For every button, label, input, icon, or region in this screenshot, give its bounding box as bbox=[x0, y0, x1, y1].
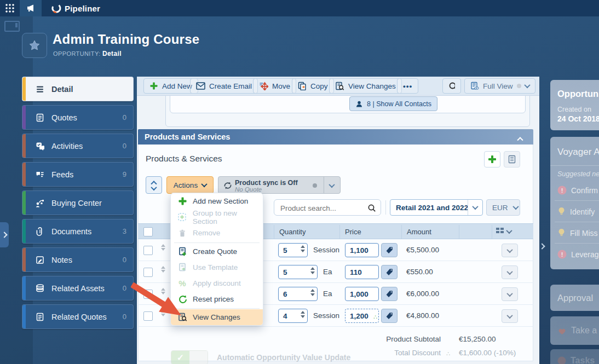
show-all-contacts-button[interactable]: 8 | Show All Contacts bbox=[349, 96, 437, 111]
tasks-item[interactable]: Tasks bbox=[557, 356, 599, 364]
more-actions-button[interactable]: ••• bbox=[397, 78, 418, 94]
select-all-checkbox[interactable] bbox=[143, 227, 153, 236]
create-email-button[interactable]: Create Email bbox=[190, 78, 258, 94]
right-panel-expander[interactable] bbox=[539, 243, 545, 249]
search-button[interactable] bbox=[442, 78, 461, 94]
sidebar-item-notes[interactable]: Notes 0 bbox=[22, 247, 134, 272]
full-view-dropdown[interactable]: Full View bbox=[464, 78, 535, 94]
row-checkbox[interactable] bbox=[143, 290, 153, 299]
price-tag-button[interactable] bbox=[381, 309, 398, 323]
row-expand-button[interactable] bbox=[502, 309, 518, 323]
suggestion-item[interactable]: Fill Miss bbox=[557, 228, 599, 238]
price-input[interactable]: 1,100 bbox=[345, 243, 379, 257]
menu-item-create-quote[interactable]: Create Quote bbox=[171, 244, 263, 259]
chevron-down-icon[interactable] bbox=[329, 182, 335, 188]
sort-button[interactable] bbox=[146, 176, 162, 194]
currency-dropdown[interactable]: EUR bbox=[486, 199, 520, 216]
row-expand-button[interactable] bbox=[502, 287, 518, 301]
auto-update-toggle[interactable]: ✓ bbox=[171, 350, 208, 364]
menu-item-add-new-section[interactable]: Add new Section bbox=[171, 193, 263, 209]
sidebar-item-related-assets[interactable]: Related Assets 0 bbox=[22, 276, 134, 301]
drag-handle-icon[interactable] bbox=[161, 288, 165, 294]
opportunity-card[interactable]: Opportuni Created on 24 Oct 2018 bbox=[550, 80, 599, 130]
product-search-input[interactable] bbox=[279, 202, 364, 214]
price-input[interactable]: 110 bbox=[345, 265, 379, 279]
voyager-card[interactable]: Voyager A Suggested ne ! Confirm Identif… bbox=[550, 137, 599, 269]
product-search-box[interactable] bbox=[274, 199, 381, 216]
detail-icon bbox=[34, 84, 45, 95]
stepper[interactable] bbox=[301, 245, 305, 252]
product-list-icon-button[interactable] bbox=[504, 151, 520, 167]
collapse-panel-icon[interactable] bbox=[4, 21, 20, 32]
tasks-card[interactable]: Tasks bbox=[550, 349, 599, 364]
quantity-input[interactable]: 4 bbox=[278, 309, 308, 323]
stripe bbox=[22, 248, 26, 271]
row-expand-button[interactable] bbox=[502, 244, 518, 257]
product-sync-button[interactable]: Product sync is Off No Quote bbox=[218, 176, 341, 194]
suggested-label: Suggested ne bbox=[557, 170, 599, 178]
products-section-bar[interactable]: Products and Services bbox=[138, 129, 533, 145]
sidebar-item-activities[interactable]: Activities 0 bbox=[22, 134, 134, 158]
price-list-dropdown[interactable]: Retail 2021 and 2022 bbox=[390, 199, 483, 216]
stepper[interactable] bbox=[310, 267, 315, 274]
full-view-label: Full View bbox=[483, 82, 513, 90]
take-action-card[interactable]: Take a bbox=[550, 316, 599, 345]
columns-settings-button[interactable] bbox=[496, 227, 511, 235]
approval-card[interactable]: Approval bbox=[550, 285, 599, 311]
row-checkbox[interactable] bbox=[143, 246, 153, 255]
drag-handle-icon[interactable] bbox=[161, 266, 165, 273]
sidebar-item-related-quotes[interactable]: Related Quotes 0 bbox=[22, 304, 134, 329]
price-tag-button[interactable] bbox=[381, 265, 398, 279]
row-expand-button[interactable] bbox=[502, 265, 518, 279]
price-tag-button[interactable] bbox=[381, 243, 398, 257]
suggestion-item[interactable]: ! Confirm bbox=[557, 186, 599, 195]
price-input[interactable]: 1,200∴ bbox=[345, 309, 379, 323]
copy-button[interactable]: Copy bbox=[292, 78, 334, 94]
amount-value: €4,800.00 bbox=[406, 311, 439, 320]
group-section-icon bbox=[177, 212, 187, 222]
quantity-input[interactable]: 5 bbox=[278, 265, 318, 279]
app-grid-icon[interactable] bbox=[5, 3, 15, 15]
menu-item-view-changes[interactable]: View Changes bbox=[171, 309, 263, 325]
row-checkbox[interactable] bbox=[143, 268, 153, 277]
sidebar-item-buying-center[interactable]: Buying Center bbox=[22, 190, 134, 215]
collapse-section-icon[interactable] bbox=[517, 137, 523, 143]
drag-handle-icon[interactable] bbox=[161, 310, 165, 316]
menu-item-remove[interactable]: Remove bbox=[171, 225, 263, 241]
move-label: Move bbox=[272, 82, 290, 90]
menu-item-use-template[interactable]: Use Template bbox=[171, 259, 263, 275]
announcements-button[interactable] bbox=[20, 0, 42, 16]
price-input[interactable]: 1,000 bbox=[345, 287, 379, 301]
add-product-button[interactable] bbox=[484, 151, 500, 167]
database-icon bbox=[34, 283, 45, 294]
list-icon bbox=[508, 155, 516, 164]
view-changes-button[interactable]: View Changes bbox=[329, 78, 402, 94]
quantity-input[interactable]: 6 bbox=[278, 287, 318, 301]
menu-item-group-to-new-section[interactable]: Group to new Section bbox=[171, 209, 263, 225]
stepper[interactable] bbox=[301, 311, 305, 318]
sidebar-item-label: Feeds bbox=[51, 170, 73, 179]
unit-label: Ea bbox=[323, 268, 332, 276]
row-checkbox[interactable] bbox=[143, 311, 153, 321]
quantity-input[interactable]: 5 bbox=[278, 243, 308, 257]
sidebar-item-detail[interactable]: Detail bbox=[22, 77, 134, 101]
sidebar-item-quotes[interactable]: Quotes 0 bbox=[22, 105, 134, 130]
suggestion-item[interactable]: Identify bbox=[557, 207, 599, 216]
favorite-star-button[interactable] bbox=[22, 33, 47, 58]
suggestion-item[interactable]: ! Leverage bbox=[557, 250, 599, 259]
sidebar-expander[interactable] bbox=[0, 222, 9, 247]
actions-dropdown-button[interactable]: Actions bbox=[166, 176, 214, 194]
menu-item-reset-prices[interactable]: Reset prices bbox=[171, 291, 263, 307]
sidebar-item-feeds[interactable]: Feeds 9 bbox=[22, 162, 134, 187]
sidebar-item-documents[interactable]: Documents 3 bbox=[22, 219, 134, 244]
card-title: Opportuni bbox=[557, 89, 599, 99]
stepper[interactable] bbox=[310, 289, 315, 296]
menu-item-apply-discount[interactable]: % Apply discount bbox=[171, 275, 263, 291]
move-button[interactable]: Move bbox=[253, 78, 296, 94]
take-item[interactable]: Take a bbox=[557, 326, 599, 336]
price-tag-button[interactable] bbox=[381, 287, 398, 301]
stripe bbox=[22, 219, 26, 243]
buying-center-icon bbox=[34, 198, 45, 209]
page-title: Admin Training Course bbox=[53, 32, 199, 47]
drag-handle-icon[interactable] bbox=[161, 244, 165, 251]
